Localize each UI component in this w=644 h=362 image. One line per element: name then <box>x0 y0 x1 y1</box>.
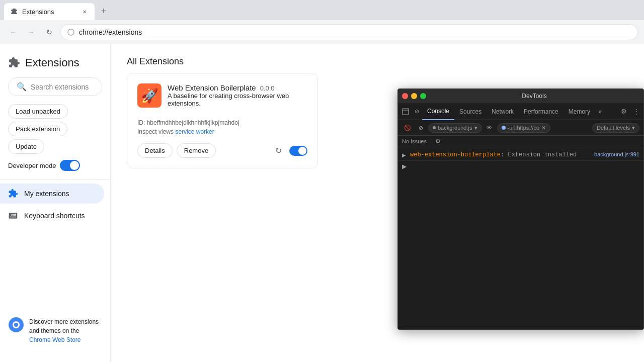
developer-mode-label: Developer mode <box>8 162 56 169</box>
extensions-tab[interactable]: Extensions ✕ <box>4 3 95 20</box>
tab-close-button[interactable]: ✕ <box>80 8 89 16</box>
console-filter-icon[interactable]: ⊘ <box>415 122 426 133</box>
extension-name: Web Extension Boilerplate <box>168 83 256 92</box>
log-source-link[interactable]: background.js:991 <box>594 151 639 157</box>
extension-toggle-knob <box>298 147 306 155</box>
console-prompt-row: ▶ <box>398 161 643 172</box>
toggle-knob <box>70 161 79 170</box>
new-tab-button[interactable]: + <box>97 4 111 18</box>
extension-description: A baseline for creating cross-browser we… <box>168 92 307 107</box>
filter-url-close[interactable]: ✕ <box>541 125 546 131</box>
sidebar: Extensions 🔍 Load unpacked Pack extensio… <box>0 44 111 362</box>
svg-point-3 <box>14 323 18 327</box>
discover-text: Discover more extensions and themes on t… <box>29 317 102 344</box>
log-levels-dropdown[interactable]: Default levels ▾ <box>592 123 639 133</box>
filter-url-label: -url:https://co <box>508 125 540 131</box>
service-worker-link[interactable]: service worker <box>175 128 214 135</box>
log-text: web-extension-boilerplate: Extension ins… <box>410 151 590 158</box>
chrome-web-store-logo <box>8 317 24 335</box>
back-button[interactable]: ← <box>6 25 20 39</box>
devtools-eye-icon[interactable]: 👁 <box>484 122 495 133</box>
svg-text:🚀: 🚀 <box>141 87 158 104</box>
extension-id: ID: hbeffmdhhbejdlkhnhhfkjlkpjmahdoj <box>137 119 307 126</box>
chrome-web-store-link[interactable]: Chrome Web Store <box>29 336 81 343</box>
tab-memory[interactable]: Memory <box>564 103 595 120</box>
pack-extension-button[interactable]: Pack extension <box>8 122 67 136</box>
extensions-nav-icon <box>8 189 18 199</box>
sidebar-navigation: My extensions Keyboard shortcuts <box>0 179 110 230</box>
sidebar-item-keyboard-shortcuts[interactable]: Keyboard shortcuts <box>0 206 104 226</box>
tab-performance[interactable]: Performance <box>519 103 564 120</box>
extension-footer: Details Remove ↻ <box>137 143 307 158</box>
tab-sources[interactable]: Sources <box>454 103 487 120</box>
svg-rect-6 <box>403 109 409 115</box>
tab-title: Extensions <box>22 8 76 16</box>
issues-settings-button[interactable]: ⚙ <box>435 138 441 145</box>
extension-version: 0.0.0 <box>260 84 275 92</box>
tab-favicon-icon <box>10 8 18 16</box>
log-levels-label: Default levels <box>597 125 630 131</box>
details-button[interactable]: Details <box>137 143 173 158</box>
discover-prefix: Discover more extensions and themes on t… <box>29 318 99 334</box>
load-unpacked-button[interactable]: Load unpacked <box>8 104 68 119</box>
sidebar-item-my-extensions[interactable]: My extensions <box>0 184 104 204</box>
action-buttons: Load unpacked Pack extension Update <box>0 104 110 160</box>
url-text: chrome://extensions <box>79 28 142 36</box>
discover-row: Discover more extensions and themes on t… <box>0 307 110 354</box>
reload-button[interactable]: ↻ <box>42 25 56 39</box>
update-button[interactable]: Update <box>8 139 44 154</box>
search-icon: 🔍 <box>17 82 27 92</box>
log-expand-button[interactable]: ▶ <box>402 152 406 158</box>
page-title: Extensions <box>25 56 79 69</box>
extension-toggle[interactable] <box>289 146 307 156</box>
log-entry-1: ▶ web-extension-boilerplate: Extension i… <box>398 149 643 161</box>
devtools-maximize-button[interactable] <box>420 93 426 99</box>
tab-console[interactable]: Console <box>422 103 454 120</box>
keyboard-shortcuts-label: Keyboard shortcuts <box>24 212 85 220</box>
my-extensions-label: My extensions <box>24 190 69 198</box>
devtools-styles-icon[interactable]: ⊘ <box>411 106 422 117</box>
refresh-extension-button[interactable]: ↻ <box>271 144 285 158</box>
devtools-titlebar: DevTools <box>398 89 643 103</box>
devtools-more-icon[interactable]: ⋮ <box>630 106 641 117</box>
devtools-tabs: ⊘ Console Sources Network Performance Me… <box>398 103 643 120</box>
tab-bar: Extensions ✕ + <box>0 0 644 20</box>
extension-info: Web Extension Boilerplate 0.0.0 A baseli… <box>168 83 307 113</box>
filter-file-pill[interactable]: background.js ▾ <box>428 123 482 133</box>
devtools-console-body: ▶ web-extension-boilerplate: Extension i… <box>398 147 643 329</box>
clear-console-button[interactable]: 🚫 <box>402 122 413 133</box>
no-issues-label: No Issues <box>402 138 427 144</box>
page-content: Extensions 🔍 Load unpacked Pack extensio… <box>0 44 644 362</box>
refresh-icon: ↻ <box>275 146 282 155</box>
search-bar[interactable]: 🔍 <box>0 77 110 104</box>
sidebar-header: Extensions <box>0 52 110 77</box>
extensions-logo-icon <box>8 57 20 69</box>
filter-url-pill[interactable]: -url:https://co ✕ <box>497 123 551 133</box>
developer-mode-toggle[interactable] <box>60 160 80 171</box>
svg-point-0 <box>68 29 74 35</box>
address-bar-row: ← → ↻ chrome://extensions <box>0 20 644 44</box>
devtools-more-tabs[interactable]: » <box>595 108 605 115</box>
extension-card: 🚀 Web Extension Boilerplate 0.0.0 A base… <box>127 73 318 168</box>
devtools-elements-icon[interactable] <box>400 106 411 117</box>
devtools-settings-icon[interactable]: ⚙ <box>618 106 629 117</box>
devtools-title: DevTools <box>429 93 639 100</box>
devtools-close-button[interactable] <box>402 93 408 99</box>
address-bar[interactable]: chrome://extensions <box>60 24 638 40</box>
site-icon <box>67 28 75 36</box>
search-input[interactable] <box>31 83 94 91</box>
developer-mode-row: Developer mode <box>0 160 110 179</box>
devtools-minimize-button[interactable] <box>411 93 417 99</box>
forward-button[interactable]: → <box>24 25 38 39</box>
extension-header: 🚀 Web Extension Boilerplate 0.0.0 A base… <box>137 83 307 113</box>
remove-button[interactable]: Remove <box>177 143 216 158</box>
reload-icon: ↻ <box>46 28 52 36</box>
log-key: web-extension-boilerplate <box>410 151 501 158</box>
section-title: All Extensions <box>127 56 628 67</box>
extension-icon: 🚀 <box>137 83 162 110</box>
devtools-toolbar: 🚫 ⊘ background.js ▾ 👁 -url: <box>398 120 643 136</box>
keyboard-icon <box>8 211 18 221</box>
tab-network[interactable]: Network <box>487 103 519 120</box>
filter-file-label: background.js <box>438 125 472 131</box>
back-icon: ← <box>10 28 17 36</box>
